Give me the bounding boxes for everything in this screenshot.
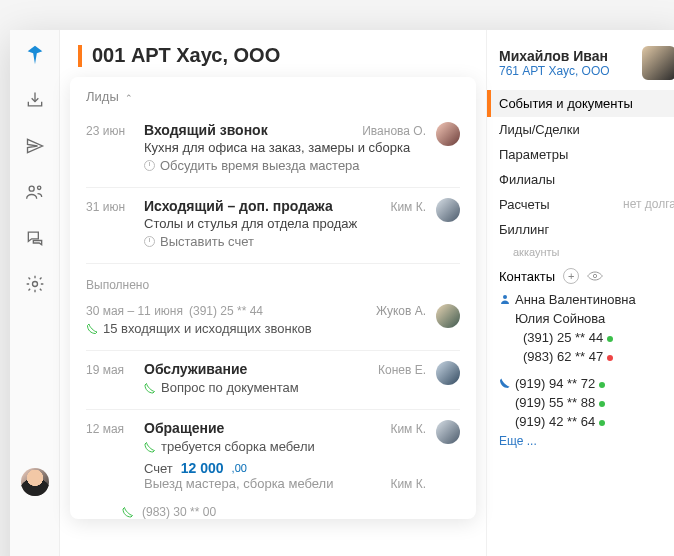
status-dot (599, 401, 605, 407)
section-events-docs[interactable]: События и документы (487, 90, 674, 117)
people-icon[interactable] (23, 180, 47, 204)
person-avatar (642, 46, 674, 80)
svg-point-3 (593, 274, 596, 277)
event-item[interactable]: 23 июн Входящий звонок Иванова О. Кухня … (86, 112, 460, 188)
gear-icon[interactable] (23, 272, 47, 296)
contacts-label: Контакты (499, 269, 555, 284)
event-date: 23 июн (86, 122, 134, 173)
clock-icon (144, 160, 155, 171)
filter-label: Лиды (86, 89, 119, 104)
event-item[interactable]: 12 мая Обращение Ким К. требуется сборка… (86, 410, 460, 505)
svg-point-1 (37, 186, 40, 189)
right-panel: Михайлов Иван 761 АРТ Хаус, ООО События … (486, 30, 674, 556)
event-assignee: Ким К. (390, 477, 426, 491)
current-user-avatar[interactable] (21, 468, 49, 496)
assignee-avatar (436, 122, 460, 146)
status-dot (607, 336, 613, 342)
event-summary[interactable]: 30 мая – 11 июня (391) 25 ** 44 Жуков А.… (86, 300, 460, 351)
svg-point-4 (503, 295, 507, 299)
feed-card: Лиды ⌃ 23 июн Входящий звонок Иванова О.… (70, 77, 476, 519)
contact-person[interactable]: Юлия Сойнова (499, 309, 674, 328)
filter-dropdown[interactable]: Лиды ⌃ (86, 87, 460, 112)
bottom-phone: (983) 30 ** 00 (142, 505, 216, 519)
event-date: 19 мая (86, 361, 134, 395)
phone-icon (499, 377, 511, 389)
contact-phone[interactable]: (983) 62 ** 47 (499, 347, 674, 366)
contact-phone[interactable]: (919) 55 ** 88 (499, 393, 674, 412)
event-assignee: Ким К. (390, 200, 426, 214)
status-dot (599, 382, 605, 388)
event-item[interactable]: 31 июн Исходящий – доп. продажа Ким К. С… (86, 188, 460, 264)
send-icon[interactable] (23, 134, 47, 158)
section-params[interactable]: Параметры (499, 142, 674, 167)
invoice-label: Счет (144, 461, 173, 476)
event-item[interactable]: 19 мая Обслуживание Конев Е. Вопрос по д… (86, 351, 460, 410)
add-contact-button[interactable]: + (563, 268, 579, 284)
section-billing[interactable]: Биллинг (499, 217, 674, 242)
svg-point-2 (32, 282, 37, 287)
page-title: 001 АРТ Хаус, ООО (92, 44, 280, 67)
clock-icon (144, 236, 155, 247)
assignee-avatar (436, 304, 460, 328)
accounts-sublabel: аккаунты (499, 242, 674, 262)
status-dot (607, 355, 613, 361)
assignee-avatar (436, 361, 460, 385)
event-assignee: Конев Е. (378, 363, 426, 377)
person-name: Михайлов Иван (499, 48, 634, 64)
event-desc: Кухня для офиса на заказ, замеры и сборк… (144, 140, 426, 155)
event-desc: Вопрос по документам (161, 380, 299, 395)
more-link[interactable]: Еще ... (499, 431, 674, 448)
calls-summary: 15 входящих и исходящих звонков (103, 321, 312, 336)
event-assignee: Жуков А. (376, 304, 426, 318)
section-leads[interactable]: Лиды/Сделки (499, 117, 674, 142)
event-headline: Обращение (144, 420, 224, 436)
event-assignee: Иванова О. (362, 124, 426, 138)
event-desc: Столы и стулья для отдела продаж (144, 216, 426, 231)
event-headline: Исходящий – доп. продажа (144, 198, 333, 214)
phone-in-out-icon (86, 323, 98, 335)
inbox-icon[interactable] (23, 88, 47, 112)
done-section-label: Выполнено (86, 264, 460, 300)
svg-point-0 (29, 186, 34, 191)
person-company-link[interactable]: 761 АРТ Хаус, ООО (499, 64, 634, 78)
event-assignee: Ким К. (390, 422, 426, 436)
event-task: Выставить счет (144, 234, 426, 249)
nav-sidebar (10, 30, 60, 556)
done-range-phone: (391) 25 ** 44 (189, 304, 263, 318)
invoice-note: Выезд мастера, сборка мебели (144, 476, 333, 491)
contact-phone[interactable]: (919) 94 ** 72 (499, 374, 674, 393)
person-icon (499, 293, 511, 305)
chevron-up-icon: ⌃ (125, 93, 133, 103)
phone-icon (144, 382, 156, 394)
invoice-amount: 12 000 (181, 460, 224, 476)
event-task: Обсудить время выезда мастера (144, 158, 426, 173)
payments-hint: нет долга (623, 197, 674, 212)
section-payments[interactable]: Расчетынет долга (499, 192, 674, 217)
event-date: 12 мая (86, 420, 134, 491)
done-range: 30 мая – 11 июня (86, 304, 183, 318)
chat-icon[interactable] (23, 226, 47, 250)
contact-phone[interactable]: (919) 42 ** 64 (499, 412, 674, 431)
assignee-avatar (436, 198, 460, 222)
assignee-avatar (436, 420, 460, 444)
phone-icon (144, 441, 156, 453)
eye-icon[interactable] (587, 271, 603, 281)
event-date: 31 июн (86, 198, 134, 249)
title-accent (78, 45, 82, 67)
contact-person[interactable]: Анна Валентиновна (499, 290, 674, 309)
event-headline: Обслуживание (144, 361, 247, 377)
event-desc: требуется сборка мебели (161, 439, 315, 454)
event-headline: Входящий звонок (144, 122, 268, 138)
status-dot (599, 420, 605, 426)
section-branches[interactable]: Филиалы (499, 167, 674, 192)
app-logo (24, 44, 46, 66)
contact-phone[interactable]: (391) 25 ** 44 (499, 328, 674, 347)
phone-icon (122, 506, 134, 518)
